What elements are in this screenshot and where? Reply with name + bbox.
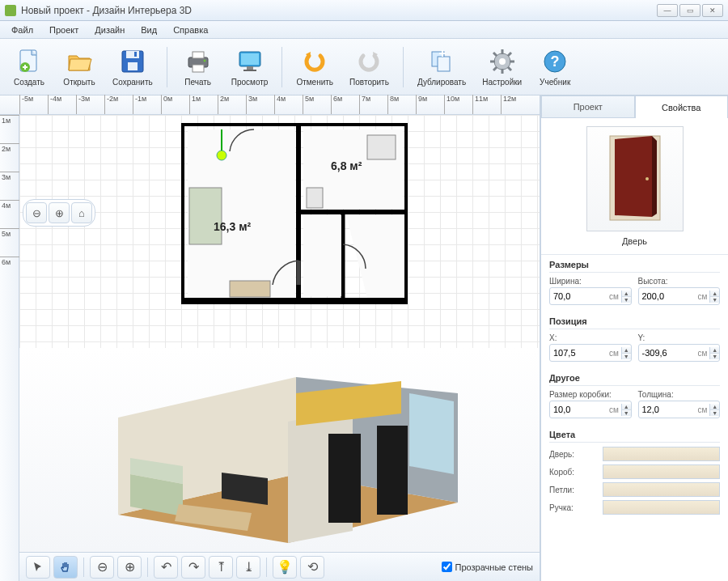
rotate-down-button[interactable]: ⤓ [236, 556, 260, 579]
ruler-tick: 3м [246, 95, 257, 114]
ruler-tick: 3м [0, 172, 19, 181]
spin-down-icon[interactable]: ▼ [622, 410, 631, 416]
folder-open-icon [65, 47, 94, 76]
color-handle-label: Ручка: [549, 503, 598, 512]
zoom-controls-2d: ⊖ ⊕ ⌂ [23, 199, 95, 227]
height-spinner[interactable]: см ▲▼ [638, 287, 721, 305]
menu-design[interactable]: Дизайн [88, 23, 131, 37]
close-button[interactable]: ✕ [702, 4, 723, 17]
room1-area: 16,3 м² [214, 220, 251, 233]
zoom-home-button[interactable]: ⌂ [71, 202, 92, 223]
color-hinge-swatch[interactable] [603, 482, 720, 497]
settings-button[interactable]: Настройки [476, 43, 527, 91]
spin-down-icon[interactable]: ▼ [710, 297, 719, 303]
ruler-tick: -1м [133, 95, 146, 114]
monitor-icon [235, 47, 265, 76]
ruler-tick: 11м [472, 95, 488, 114]
spin-up-icon[interactable]: ▲ [710, 347, 719, 354]
plan-3d-view[interactable] [19, 348, 540, 552]
zoom-out-button[interactable]: ⊖ [26, 202, 47, 223]
menu-file[interactable]: Файл [5, 23, 40, 37]
spin-up-icon[interactable]: ▲ [710, 404, 719, 410]
menu-project[interactable]: Проект [43, 23, 85, 37]
pan-tool[interactable] [53, 556, 78, 579]
save-button[interactable]: Сохранить [107, 43, 159, 91]
svg-rect-7 [193, 52, 204, 58]
duplicate-button[interactable]: Дублировать [412, 43, 472, 91]
zoom-in-3d[interactable]: ⊕ [117, 556, 142, 579]
spin-down-icon[interactable]: ▼ [622, 354, 631, 359]
tab-properties[interactable]: Свойства [635, 95, 729, 118]
frame-unit: см [609, 405, 621, 414]
title-bar: Новый проект - Дизайн Интерьера 3D — ▭ ✕ [0, 0, 728, 21]
print-button[interactable]: Печать [176, 43, 221, 91]
redo-label: Повторить [349, 78, 389, 87]
color-frame-swatch[interactable] [603, 464, 720, 479]
svg-rect-4 [128, 62, 138, 70]
pointer-tool[interactable] [26, 556, 50, 579]
menu-help[interactable]: Справка [167, 23, 214, 37]
transparent-walls-checkbox[interactable] [442, 562, 452, 572]
rotate-right-button[interactable]: ↷ [181, 556, 205, 579]
y-unit: см [697, 349, 709, 358]
color-door-swatch[interactable] [603, 447, 720, 461]
tab-project[interactable]: Проект [541, 95, 635, 118]
preview-button[interactable]: Просмотр [226, 43, 274, 91]
spin-up-icon[interactable]: ▲ [622, 347, 631, 354]
ruler-tick: 2м [0, 143, 19, 153]
tutorial-button[interactable]: ? Учебник [532, 43, 578, 91]
spin-down-icon[interactable]: ▼ [710, 410, 719, 416]
bottom-toolbar: ⊖ ⊕ ↶ ↷ ⤒ ⤓ 💡 ⟲ Прозрачные стены [19, 552, 540, 581]
window-title: Новый проект - Дизайн Интерьера 3D [21, 5, 192, 16]
rotate-up-button[interactable]: ⤒ [209, 556, 233, 579]
spin-up-icon[interactable]: ▲ [622, 404, 631, 410]
y-input[interactable] [639, 348, 698, 358]
duplicate-icon [427, 47, 456, 76]
save-label: Сохранить [112, 78, 153, 87]
rotate-left-button[interactable]: ↶ [154, 556, 178, 579]
x-input[interactable] [550, 348, 609, 358]
minimize-button[interactable]: — [657, 4, 678, 17]
svg-marker-55 [615, 136, 652, 217]
color-door-label: Дверь: [549, 450, 598, 459]
height-label: Высота: [638, 277, 721, 286]
open-button[interactable]: Открыть [57, 43, 102, 91]
thickness-input[interactable] [639, 405, 698, 414]
svg-rect-5 [134, 52, 137, 57]
undo-icon [300, 47, 329, 76]
spin-up-icon[interactable]: ▲ [710, 290, 719, 297]
lighting-button[interactable]: 💡 [273, 556, 297, 579]
position-heading: Позиция [549, 316, 720, 329]
color-hinge-label: Петли: [549, 486, 598, 494]
thickness-spinner[interactable]: см ▲▼ [638, 401, 721, 418]
x-spinner[interactable]: см ▲▼ [549, 344, 632, 362]
y-spinner[interactable]: см ▲▼ [638, 344, 721, 362]
width-spinner[interactable]: см ▲▼ [549, 287, 632, 305]
spin-down-icon[interactable]: ▼ [622, 297, 631, 303]
redo-button[interactable]: Повторить [344, 43, 395, 91]
reset-view-button[interactable]: ⟲ [300, 556, 324, 579]
svg-rect-37 [367, 135, 396, 159]
frame-input[interactable] [550, 405, 609, 414]
separator [266, 558, 267, 577]
ruler-tick: 9м [416, 95, 427, 114]
toolbar-separator [281, 47, 282, 87]
spin-up-icon[interactable]: ▲ [622, 290, 631, 297]
zoom-in-button[interactable]: ⊕ [49, 202, 70, 223]
svg-text:?: ? [551, 53, 560, 70]
plan-2d-view[interactable]: 16,3 м² 6,8 м² ⊖ ⊕ ⌂ [19, 115, 540, 348]
svg-marker-51 [409, 393, 454, 474]
frame-spinner[interactable]: см ▲▼ [549, 401, 632, 418]
file-new-icon [15, 47, 44, 76]
spin-down-icon[interactable]: ▼ [710, 354, 719, 359]
color-handle-swatch[interactable] [603, 500, 720, 515]
height-input[interactable] [639, 291, 698, 301]
maximize-button[interactable]: ▭ [679, 4, 700, 17]
create-button[interactable]: Создать [6, 43, 52, 91]
undo-button[interactable]: Отменить [290, 43, 339, 91]
menu-view[interactable]: Вид [134, 23, 163, 37]
zoom-out-3d[interactable]: ⊖ [90, 556, 114, 579]
width-input[interactable] [550, 291, 609, 301]
duplicate-label: Дублировать [417, 78, 466, 87]
svg-rect-36 [230, 281, 270, 297]
